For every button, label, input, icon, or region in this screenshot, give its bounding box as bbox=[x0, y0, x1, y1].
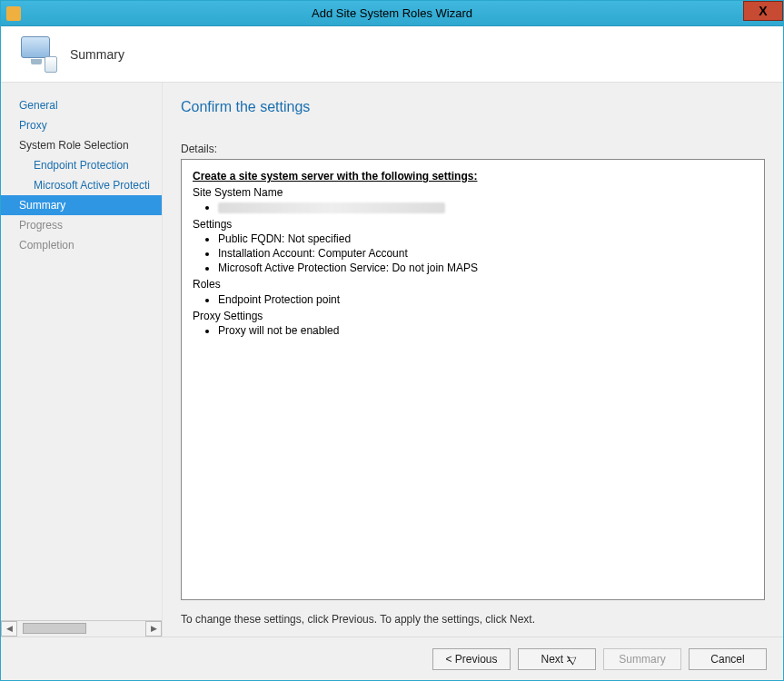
redacted-value bbox=[218, 202, 445, 213]
roles-list: Endpoint Protection point bbox=[218, 292, 753, 307]
scroll-thumb[interactable] bbox=[23, 623, 86, 634]
setting-item: Microsoft Active Protection Service: Do … bbox=[218, 261, 753, 275]
main-panel: Confirm the settings Details: Create a s… bbox=[162, 83, 783, 637]
sidebar-horizontal-scrollbar[interactable]: ◀ ▶ bbox=[1, 620, 162, 637]
setting-item: Installation Account: Computer Account bbox=[218, 246, 753, 261]
hint-text: To change these settings, click Previous… bbox=[181, 613, 765, 626]
nav-ms-active-protection[interactable]: Microsoft Active Protecti bbox=[1, 175, 162, 195]
settings-list: Public FQDN: Not specified Installation … bbox=[218, 232, 753, 276]
titlebar: Add Site System Roles Wizard X bbox=[1, 1, 783, 26]
nav-list: General Proxy System Role Selection Endp… bbox=[1, 95, 162, 620]
proxy-list: Proxy will not be enabled bbox=[218, 323, 753, 338]
role-item: Endpoint Protection point bbox=[218, 292, 753, 307]
nav-general[interactable]: General bbox=[1, 95, 162, 115]
next-button-label: Next > bbox=[541, 653, 572, 666]
scroll-track[interactable] bbox=[17, 621, 145, 637]
previous-button[interactable]: < Previous bbox=[432, 648, 511, 670]
wizard-window: Add Site System Roles Wizard X Summary G… bbox=[0, 0, 784, 681]
details-label: Details: bbox=[181, 143, 765, 155]
site-system-name-value bbox=[218, 200, 753, 214]
cancel-button[interactable]: Cancel bbox=[689, 648, 767, 670]
sidebar: General Proxy System Role Selection Endp… bbox=[1, 83, 162, 637]
nav-system-role-selection[interactable]: System Role Selection bbox=[1, 135, 162, 155]
close-button[interactable]: X bbox=[743, 1, 783, 21]
nav-summary[interactable]: Summary bbox=[1, 195, 162, 215]
details-title: Create a site system server with the fol… bbox=[193, 169, 753, 183]
roles-label: Roles bbox=[193, 277, 753, 291]
button-row: < Previous Next > Summary Cancel bbox=[1, 637, 783, 680]
nav-endpoint-protection[interactable]: Endpoint Protection bbox=[1, 155, 162, 175]
proxy-label: Proxy Settings bbox=[193, 309, 753, 323]
nav-progress: Progress bbox=[1, 215, 162, 235]
nav-proxy[interactable]: Proxy bbox=[1, 115, 162, 135]
page-heading: Confirm the settings bbox=[181, 99, 765, 115]
summary-button: Summary bbox=[603, 648, 681, 670]
setting-item: Public FQDN: Not specified bbox=[218, 232, 753, 246]
wizard-body: General Proxy System Role Selection Endp… bbox=[1, 83, 783, 637]
scroll-right-button[interactable]: ▶ bbox=[145, 621, 162, 637]
scroll-left-button[interactable]: ◀ bbox=[1, 621, 17, 637]
header-title: Summary bbox=[70, 47, 124, 62]
settings-label: Settings bbox=[193, 217, 753, 232]
site-system-name-label: Site System Name bbox=[193, 185, 753, 200]
wizard-header: Summary bbox=[1, 26, 783, 83]
proxy-item: Proxy will not be enabled bbox=[218, 323, 753, 338]
server-icon bbox=[17, 35, 57, 74]
nav-completion: Completion bbox=[1, 235, 162, 255]
window-title: Add Site System Roles Wizard bbox=[1, 6, 783, 20]
next-button[interactable]: Next > bbox=[518, 648, 596, 670]
details-box: Create a site system server with the fol… bbox=[181, 159, 765, 600]
